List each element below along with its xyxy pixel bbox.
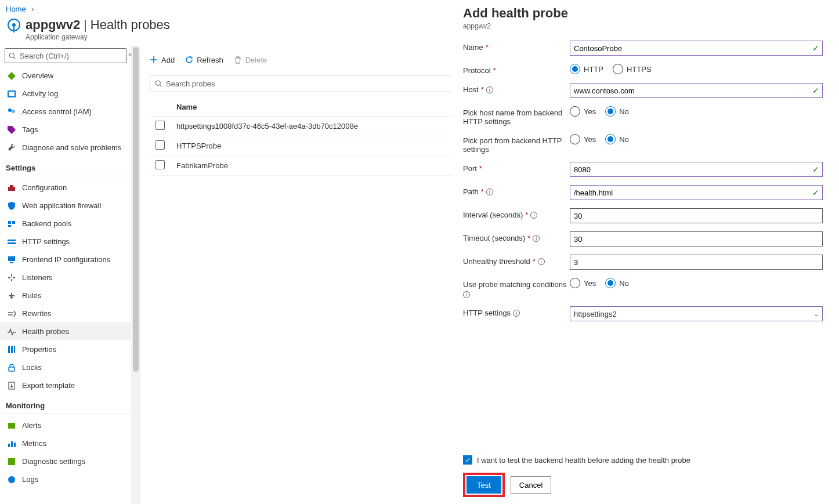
logs-icon — [7, 475, 16, 484]
http-settings-label: HTTP settingsi — [463, 306, 570, 317]
matching-no-radio[interactable]: No — [605, 278, 629, 288]
svg-rect-19 — [10, 262, 13, 263]
info-icon[interactable]: i — [486, 188, 493, 195]
breadcrumb-home[interactable]: Home — [6, 5, 26, 13]
protocol-label: Protocol* — [463, 64, 570, 75]
app-gateway-icon — [6, 17, 22, 33]
add-button[interactable]: Add — [150, 56, 175, 64]
svg-rect-21 — [11, 346, 13, 353]
test-confirm-checkbox[interactable]: ✓ I want to test the backend health befo… — [463, 455, 823, 465]
svg-rect-22 — [14, 346, 15, 353]
interval-input[interactable] — [570, 208, 823, 223]
host-input[interactable] — [570, 83, 823, 98]
info-icon[interactable]: i — [463, 291, 470, 298]
probe-icon — [7, 327, 16, 336]
svg-point-8 — [8, 108, 12, 112]
sidebar-group-monitoring: Monitoring — [0, 394, 131, 414]
sidebar-item-configuration[interactable]: Configuration — [0, 179, 131, 197]
sidebar-item-logs[interactable]: Logs — [0, 470, 131, 488]
protocol-https-radio[interactable]: HTTPS — [613, 64, 652, 74]
frontend-ip-icon — [7, 255, 16, 264]
sidebar-item-locks[interactable]: Locks — [0, 358, 131, 376]
config-icon — [7, 183, 16, 193]
refresh-button[interactable]: Refresh — [185, 56, 223, 64]
pick-port-label: Pick port from backend HTTP settings — [463, 134, 570, 154]
sidebar-item-tags[interactable]: Tags — [0, 121, 131, 139]
cancel-button[interactable]: Cancel — [511, 476, 551, 494]
sidebar-item-waf[interactable]: Web application firewall — [0, 197, 131, 215]
sidebar: Search (Ctrl+/) « Overview Activity log … — [0, 46, 131, 504]
check-icon: ✓ — [812, 188, 819, 197]
rewrites-icon — [7, 309, 16, 318]
refresh-icon — [185, 56, 193, 64]
collapse-sidebar-button[interactable]: « — [125, 50, 135, 60]
interval-label: Interval (seconds)*i — [463, 208, 570, 219]
http-settings-select[interactable]: httpsettings2 ⌄ — [570, 306, 823, 321]
sidebar-item-listeners[interactable]: Listeners — [0, 269, 131, 287]
svg-rect-28 — [14, 443, 16, 447]
panel-subtitle: appgwv2 — [463, 22, 823, 30]
sidebar-item-activity-log[interactable]: Activity log — [0, 85, 131, 103]
svg-point-30 — [8, 476, 15, 483]
row-checkbox[interactable] — [155, 121, 165, 130]
panel-title: Add health probe — [463, 6, 823, 21]
pick-host-label: Pick host name from backend HTTP setting… — [463, 106, 570, 126]
iam-icon — [7, 107, 16, 117]
protocol-http-radio[interactable]: HTTP — [570, 64, 603, 74]
check-icon: ✓ — [812, 165, 819, 174]
info-icon[interactable]: i — [538, 258, 545, 265]
search-icon — [155, 80, 162, 88]
pick-host-no-radio[interactable]: No — [605, 106, 629, 117]
sidebar-item-rules[interactable]: Rules — [0, 287, 131, 304]
path-label: Path*i — [463, 185, 570, 196]
delete-button[interactable]: Delete — [234, 56, 267, 64]
info-icon[interactable]: i — [533, 235, 540, 242]
sidebar-scrollbar[interactable] — [131, 46, 140, 504]
protocol-radios: HTTP HTTPS — [570, 64, 823, 74]
alerts-icon — [7, 421, 16, 430]
row-checkbox[interactable] — [155, 140, 165, 150]
info-icon[interactable]: i — [530, 212, 537, 219]
sidebar-item-iam[interactable]: Access control (IAM) — [0, 103, 131, 121]
sidebar-item-diagnostic-settings[interactable]: Diagnostic settings — [0, 452, 131, 470]
sidebar-item-properties[interactable]: Properties — [0, 340, 131, 358]
test-button[interactable]: Test — [466, 476, 501, 494]
sidebar-group-settings: Settings — [0, 157, 131, 176]
check-icon: ✓ — [812, 86, 819, 95]
overview-icon — [7, 71, 16, 81]
info-icon[interactable]: i — [513, 310, 520, 317]
sidebar-item-rewrites[interactable]: Rewrites — [0, 304, 131, 322]
svg-rect-23 — [9, 367, 15, 371]
sidebar-item-export-template[interactable]: Export template — [0, 376, 131, 394]
port-input[interactable] — [570, 162, 823, 177]
svg-rect-29 — [8, 458, 15, 465]
sidebar-item-metrics[interactable]: Metrics — [0, 434, 131, 452]
path-input[interactable] — [570, 185, 823, 200]
sidebar-item-alerts[interactable]: Alerts — [0, 416, 131, 434]
matching-yes-radio[interactable]: Yes — [570, 278, 596, 288]
pick-host-yes-radio[interactable]: Yes — [570, 106, 596, 117]
pools-icon — [7, 219, 16, 229]
svg-rect-11 — [8, 187, 15, 191]
row-checkbox[interactable] — [155, 160, 165, 169]
page-title: appgwv2|Health probes — [26, 17, 170, 32]
svg-line-4 — [13, 57, 15, 59]
sidebar-item-overview[interactable]: Overview — [0, 67, 131, 85]
sidebar-search[interactable]: Search (Ctrl+/) — [5, 48, 126, 63]
sidebar-item-health-probes[interactable]: Health probes — [0, 322, 131, 340]
sidebar-item-http-settings[interactable]: HTTP settings — [0, 233, 131, 251]
timeout-input[interactable] — [570, 231, 823, 246]
sidebar-item-diagnose[interactable]: Diagnose and solve problems — [0, 139, 131, 157]
svg-rect-16 — [8, 240, 16, 241]
threshold-label: Unhealthy threshold*i — [463, 255, 570, 266]
rules-icon — [7, 291, 16, 300]
threshold-input[interactable] — [570, 255, 823, 270]
metrics-icon — [7, 439, 16, 448]
pick-host-radios: Yes No — [570, 106, 823, 117]
sidebar-item-frontend-ip[interactable]: Frontend IP configurations — [0, 251, 131, 269]
sidebar-item-backend-pools[interactable]: Backend pools — [0, 215, 131, 233]
info-icon[interactable]: i — [486, 86, 493, 93]
name-input[interactable] — [570, 41, 823, 56]
pick-port-yes-radio[interactable]: Yes — [570, 134, 596, 144]
pick-port-no-radio[interactable]: No — [605, 134, 629, 144]
